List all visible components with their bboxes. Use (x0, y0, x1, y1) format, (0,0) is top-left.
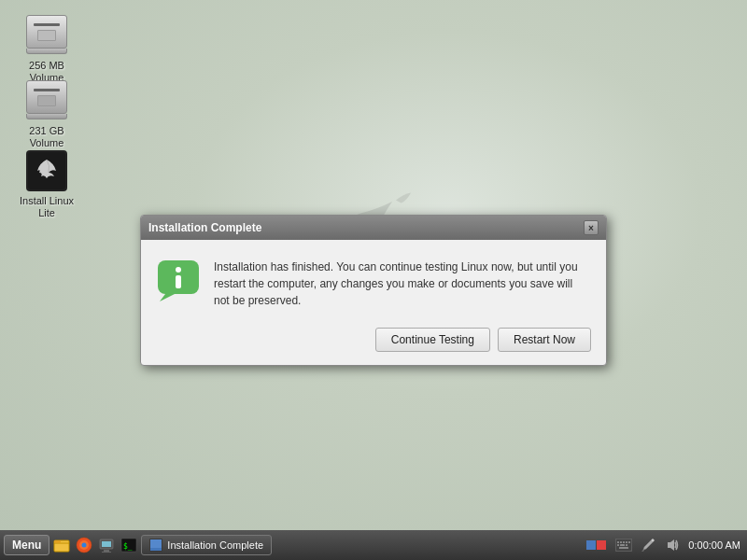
icon-231gb-volume[interactable]: 231 GB Volume (9, 75, 84, 153)
dialog-title: Installation Complete (148, 221, 261, 234)
svg-rect-22 (620, 541, 622, 543)
taskbar-settings-icon[interactable] (96, 535, 117, 555)
svg-rect-25 (628, 541, 630, 543)
taskbar-active-app[interactable]: Installation Complete (141, 535, 272, 555)
dialog-buttons: Continue Testing Restart Now (141, 324, 606, 365)
svg-point-9 (82, 543, 87, 548)
clock-time: 0:00:00 AM (688, 539, 740, 551)
system-tray: 0:00:00 AM (584, 539, 743, 552)
icon-install-linux-lite[interactable]: Install Linux Lite (9, 145, 84, 223)
continue-testing-button[interactable]: Continue Testing (375, 328, 490, 352)
clock[interactable]: 0:00:00 AM (685, 539, 743, 551)
svg-point-3 (176, 267, 181, 273)
svg-rect-26 (617, 544, 619, 546)
taskbar-browser-icon[interactable] (74, 535, 94, 555)
svg-rect-6 (54, 540, 61, 543)
keyboard-layout-indicator[interactable] (584, 540, 609, 550)
svg-rect-27 (620, 544, 625, 546)
pen-icon[interactable] (639, 539, 657, 552)
svg-rect-13 (102, 552, 111, 553)
svg-rect-17 (150, 539, 162, 548)
sq1 (586, 540, 596, 550)
dialog-content: Installation has finished. You can conti… (141, 240, 606, 324)
svg-rect-29 (619, 547, 628, 549)
dialog-info-icon (156, 259, 201, 303)
restart-now-button[interactable]: Restart Now (498, 328, 591, 352)
sq2 (597, 540, 606, 550)
svg-marker-2 (160, 294, 175, 301)
installation-complete-dialog: Installation Complete × Installation has… (140, 215, 607, 366)
icon-installer-label: Install Linux Lite (13, 195, 80, 219)
svg-rect-12 (104, 550, 109, 552)
svg-text:$_: $_ (123, 542, 133, 551)
keyboard-icon[interactable] (613, 539, 635, 552)
taskbar-terminal-icon[interactable]: $_ (119, 535, 139, 555)
dialog-close-button[interactable]: × (584, 220, 599, 235)
taskbar: Menu $_ (0, 530, 747, 560)
desktop: 256 MB Volume 231 GB Volume (0, 0, 747, 530)
svg-rect-23 (623, 541, 625, 543)
taskbar-file-manager-icon[interactable] (51, 535, 72, 555)
svg-rect-21 (617, 541, 619, 543)
taskbar-app-label: Installation Complete (167, 539, 263, 551)
svg-rect-24 (626, 541, 627, 543)
dialog-titlebar: Installation Complete × (141, 216, 606, 240)
start-menu-button[interactable]: Menu (4, 535, 49, 555)
volume-icon[interactable] (661, 539, 682, 552)
svg-rect-28 (626, 544, 627, 546)
svg-rect-4 (176, 275, 181, 288)
svg-rect-11 (102, 541, 111, 547)
svg-rect-18 (150, 548, 162, 551)
dialog-message: Installation has finished. You can conti… (214, 259, 591, 309)
